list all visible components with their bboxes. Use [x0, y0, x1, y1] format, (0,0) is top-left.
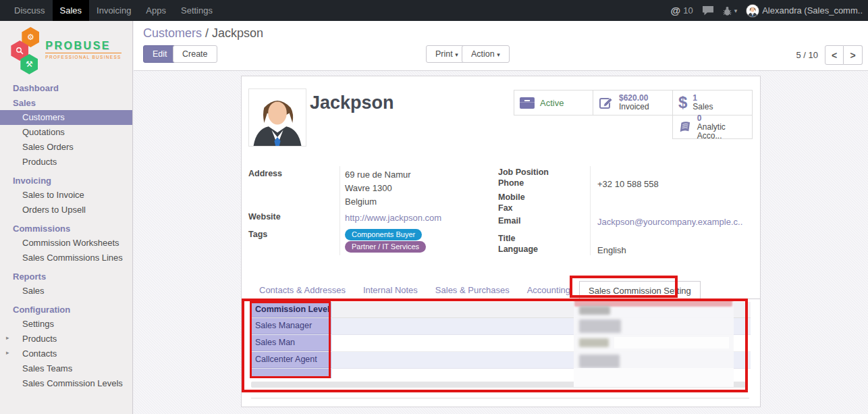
customer-photo [248, 88, 306, 147]
website-link[interactable]: http://www.jackpson.com [345, 213, 441, 223]
user-name: Alexandra (Sales_comm.. [762, 5, 863, 16]
expander-icon[interactable]: ▸ [6, 334, 9, 341]
table-bottom-separator [251, 398, 749, 398]
caret-down-icon: ▾ [497, 51, 500, 58]
menu-discuss[interactable]: Discuss [7, 0, 53, 21]
sidebar-item-label: Quotations [22, 127, 65, 137]
caret-down-icon: ▾ [455, 51, 458, 58]
sidebar-section-configuration[interactable]: Configuration [0, 302, 132, 317]
pencil-icon [599, 95, 614, 110]
sidebar-item-sales-commissions-lines[interactable]: Sales Commissions Lines [0, 251, 132, 265]
address-city: Wavre 1300 [345, 183, 392, 193]
sidebar-section-invoicing[interactable]: Invoicing [0, 173, 132, 188]
fax-label: Fax [498, 203, 513, 213]
tab-sales-commission-setting[interactable]: Sales Commission Setting [579, 281, 701, 299]
tags-label: Tags [248, 230, 267, 239]
menu-invoicing[interactable]: Invoicing [89, 0, 138, 21]
book-icon [678, 120, 692, 134]
menu-sales[interactable]: Sales [53, 0, 90, 21]
edit-button[interactable]: Edit [143, 45, 177, 63]
invoiced-stat-button[interactable]: $620.00 Invoiced [593, 90, 673, 115]
sidebar-item-sales-orders[interactable]: Sales Orders [0, 140, 132, 155]
address-country: Belgium [345, 197, 377, 207]
field-separator [340, 166, 340, 255]
sales-stat-button[interactable]: $ 1 Sales [672, 90, 753, 115]
active-stat-button[interactable]: Active [514, 90, 593, 115]
messages-button[interactable] [702, 5, 714, 16]
action-button[interactable]: Action ▾ [462, 45, 510, 63]
analytic-accounts-stat-button[interactable]: 0 Analytic Acco... [672, 115, 753, 139]
sidebar-section-commissions[interactable]: Commissions [0, 221, 132, 236]
sidebar-item-settings[interactable]: Settings [0, 317, 132, 332]
sidebar-item-customers[interactable]: Customers [0, 110, 132, 125]
commission-level-cell[interactable]: Sales Man [251, 335, 331, 351]
sidebar-item-sales-teams[interactable]: Sales Teams [0, 361, 132, 376]
sidebar-section-reports[interactable]: Reports [0, 269, 132, 284]
logo-hexagons: ⚙ ⚒ [11, 27, 43, 73]
mentions-count: 10 [683, 5, 693, 16]
language-label: Language [498, 244, 538, 254]
address-street: 69 rue de Namur [345, 170, 411, 180]
analytic-count-label: Analytic Acco... [697, 123, 747, 140]
sidebar-item-config-products[interactable]: ▸ Products [0, 332, 132, 346]
control-panel: Customers / Jackpson Edit Create Print ▾… [134, 21, 868, 71]
top-navbar: Discuss Sales Invoicing Apps Settings @ … [0, 0, 868, 21]
sidebar-item-sales-commission-levels[interactable]: Sales Commission Levels [0, 376, 132, 391]
website-label: Website [248, 212, 281, 222]
pager-previous-button[interactable]: < [825, 45, 844, 65]
bug-icon [723, 6, 732, 16]
breadcrumb-customers-link[interactable]: Customers [143, 26, 202, 40]
menu-apps[interactable]: Apps [138, 0, 173, 21]
tab-contacts-addresses[interactable]: Contacts & Addresses [250, 281, 354, 299]
logo-text: PROBUSE PROFESSIONAL BUSINESS [45, 41, 121, 59]
sidebar-item-label: Commission Worksheets [22, 238, 119, 248]
pager-next-button[interactable]: > [844, 45, 863, 65]
sidebar: ⚙ ⚒ PROBUSE PROFESSIONAL BUSINESS Dashbo… [0, 21, 133, 414]
expander-icon[interactable]: ▸ [6, 349, 9, 356]
redacted-block [574, 368, 734, 387]
sidebar-item-dashboard[interactable]: Dashboard [0, 80, 132, 95]
sidebar-item-label: Settings [22, 319, 54, 329]
sales-count-label: Sales [693, 103, 713, 111]
systray: @ 10 ▾ [671, 4, 868, 18]
user-avatar [746, 4, 759, 18]
sidebar-item-config-contacts[interactable]: ▸ Contacts [0, 346, 132, 361]
company-logo[interactable]: ⚙ ⚒ PROBUSE PROFESSIONAL BUSINESS [0, 21, 132, 79]
email-link[interactable]: Jackpson@yourcompany.example.c.. [597, 217, 742, 227]
commission-level-column-header[interactable]: Commission Level [251, 302, 331, 317]
sidebar-item-products[interactable]: Products [0, 155, 132, 170]
menu-settings[interactable]: Settings [173, 0, 220, 21]
commission-level-cell[interactable]: Callcenter Agent [251, 352, 331, 368]
debug-menu-button[interactable]: ▾ [723, 6, 738, 16]
active-label: Active [540, 98, 564, 108]
breadcrumb-current: Jackpson [212, 26, 263, 40]
sidebar-item-label: Customers [22, 112, 65, 122]
phone-label: Phone [498, 178, 524, 188]
mentions-button[interactable]: @ 10 [671, 5, 693, 16]
mobile-label: Mobile [498, 192, 525, 202]
create-button[interactable]: Create [173, 45, 217, 63]
sidebar-section-sales[interactable]: Sales [0, 95, 132, 110]
sidebar-item-sales-to-invoice[interactable]: Sales to Invoice [0, 188, 132, 203]
tab-accounting[interactable]: Accounting [518, 281, 579, 299]
sidebar-item-label: Sales to Invoice [22, 190, 84, 200]
sidebar-item-orders-to-upsell[interactable]: Orders to Upsell [0, 203, 132, 217]
tab-internal-notes[interactable]: Internal Notes [354, 281, 427, 299]
email-label: Email [498, 216, 520, 226]
sidebar-item-quotations[interactable]: Quotations [0, 125, 132, 140]
commission-level-cell[interactable]: Sales Manager [251, 318, 331, 334]
sidebar-item-reports-sales[interactable]: Sales [0, 284, 132, 299]
tag-pill: Partner / IT Services [345, 241, 426, 253]
sidebar-item-label: Contacts [22, 348, 57, 359]
sidebar-item-label: Sales Teams [22, 363, 72, 373]
sidebar-item-label: Sales Commission Levels [22, 378, 123, 388]
phone-value: +32 10 588 558 [597, 179, 659, 189]
user-menu[interactable]: Alexandra (Sales_comm.. [746, 4, 863, 18]
sidebar-item-label: Products [22, 334, 57, 344]
logo-title: PROBUSE [45, 41, 121, 51]
sidebar-item-label: Orders to Upsell [22, 205, 86, 215]
main-area: Customers / Jackpson Edit Create Print ▾… [134, 21, 868, 414]
sidebar-item-commission-worksheets[interactable]: Commission Worksheets [0, 236, 132, 251]
tab-sales-purchases[interactable]: Sales & Purchases [427, 281, 518, 299]
content-area: Jackpson Active $620.00 Invoiced $ [134, 71, 868, 414]
